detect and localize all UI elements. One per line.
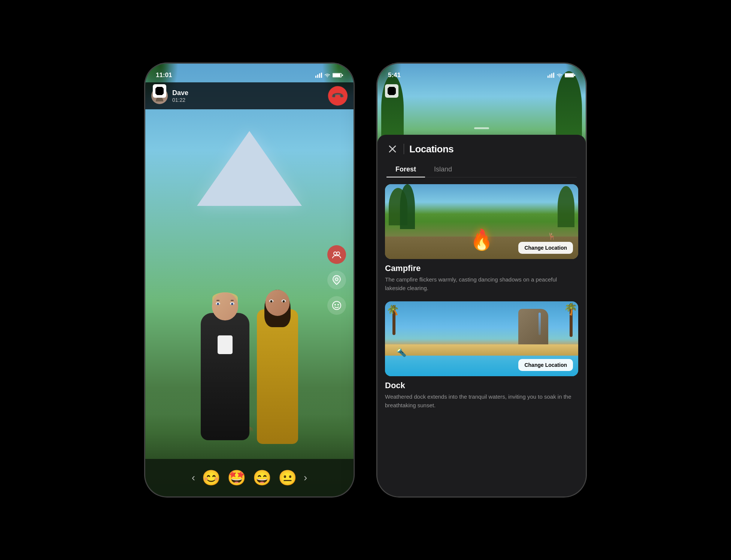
emoji-prev-button[interactable]: ‹: [192, 472, 195, 484]
status-bar-phone2: 5:41: [377, 64, 586, 82]
call-header: Dave 01:22 📞: [145, 82, 354, 109]
header-divider: [404, 144, 404, 154]
female-eye-left: [269, 299, 274, 302]
palm-leaves-1: 🌴: [385, 302, 401, 319]
status-icons-2: [548, 73, 575, 78]
side-controls: [327, 245, 346, 315]
female-avatar: [257, 309, 298, 444]
svg-rect-20: [565, 74, 573, 77]
campfire-name: Campfire: [385, 264, 578, 273]
tab-forest[interactable]: Forest: [386, 162, 425, 177]
bottom-sheet: Locations Forest Island: [377, 135, 586, 496]
svg-rect-21: [574, 74, 575, 76]
svg-rect-18: [553, 73, 554, 78]
campfire-description: The campfire flickers warmly, casting da…: [385, 276, 578, 292]
wifi-icon-2: [556, 73, 562, 78]
torch-left: 🔦: [396, 348, 406, 357]
close-button[interactable]: [386, 143, 398, 155]
svg-point-13: [334, 304, 336, 305]
male-avatar: [201, 313, 249, 440]
emoji-excited[interactable]: 🤩: [227, 469, 246, 487]
svg-rect-17: [551, 73, 552, 78]
male-avatar-head: [212, 292, 238, 320]
drag-handle[interactable]: [474, 127, 489, 129]
location-card-campfire: 🔥 🦌 Change Location Campfire The campfir…: [385, 184, 578, 292]
status-bar-phone1: 11:01: [145, 64, 354, 82]
avatars-area: [145, 116, 354, 451]
signal-icon-2: [548, 73, 554, 78]
animal-hint: 🦌: [548, 232, 556, 240]
avatar-swap-icon: [332, 250, 342, 259]
palm-leaves-2: 🌴: [562, 301, 578, 317]
svg-rect-1: [317, 74, 318, 78]
male-avatar-body: [201, 313, 249, 440]
female-eye-right: [282, 299, 286, 302]
svg-rect-15: [548, 76, 549, 78]
time-display: 11:01: [156, 71, 172, 79]
location-card-dock: 🌴 🌴 🔦 Change Location: [385, 301, 578, 410]
close-icon: [389, 145, 396, 153]
change-location-dock-button[interactable]: Change Location: [518, 359, 573, 371]
male-eyebrow-right: [231, 300, 234, 301]
call-contact-info: Dave 01:22: [172, 89, 328, 103]
dock-description: Weathered dock extends into the tranquil…: [385, 393, 578, 410]
male-eye-left: [216, 302, 220, 305]
campfire-emoji: 🔥: [473, 228, 490, 244]
emoji-laugh[interactable]: 😄: [253, 469, 272, 487]
roblox-logo-phone2[interactable]: [385, 84, 398, 98]
change-location-campfire-button[interactable]: Change Location: [518, 242, 573, 254]
svg-rect-3: [321, 73, 322, 78]
roblox-logo-mark: [155, 87, 164, 95]
avatar-swap-button[interactable]: [327, 245, 346, 264]
sandy-beach: [385, 344, 578, 356]
female-avatar-head: [266, 290, 290, 316]
emoji-neutral[interactable]: 😐: [278, 469, 297, 487]
end-call-button[interactable]: 📞: [324, 82, 352, 110]
emoji-next-button[interactable]: ›: [304, 472, 307, 484]
svg-rect-2: [319, 73, 320, 78]
cliff-rock: [518, 309, 548, 350]
shirt: [218, 335, 233, 354]
face-track-button[interactable]: [327, 296, 346, 315]
call-duration: 01:22: [172, 97, 328, 103]
location-pin-icon: [333, 275, 341, 285]
locations-list: 🔥 🦌 Change Location Campfire The campfir…: [377, 177, 586, 487]
svg-point-12: [333, 301, 341, 310]
tab-bar: Forest Island: [386, 162, 577, 177]
signal-icon: [315, 73, 322, 78]
contact-name: Dave: [172, 89, 328, 97]
dock-name: Dock: [385, 381, 578, 390]
female-avatar-body: [257, 309, 298, 444]
svg-point-10: [337, 252, 340, 255]
locations-header: Locations: [377, 135, 586, 155]
svg-rect-0: [315, 76, 316, 78]
dock-image: 🌴 🌴 🔦 Change Location: [385, 301, 578, 376]
svg-rect-5: [333, 74, 340, 77]
tab-island[interactable]: Island: [425, 162, 461, 177]
phone-locations-screen: 5:41: [377, 63, 586, 497]
wifi-icon: [324, 73, 330, 78]
roblox-logo-phone1[interactable]: [153, 84, 166, 98]
battery-icon: [333, 73, 343, 78]
face-track-icon: [332, 301, 342, 310]
status-icons: [315, 73, 343, 78]
svg-point-9: [334, 252, 337, 255]
roblox-logo-mark-2: [388, 87, 396, 95]
ground-overlay: [145, 414, 354, 459]
phone-call-screen: 11:01: [145, 63, 354, 497]
scene-tree-2: [400, 184, 415, 229]
scene-tree-3: [558, 186, 574, 227]
battery-icon-2: [565, 73, 575, 78]
svg-point-14: [337, 304, 339, 305]
campfire-image: 🔥 🦌 Change Location: [385, 184, 578, 259]
time-display-2: 5:41: [388, 71, 401, 79]
emoji-bar: ‹ 😊 🤩 😄 😐 ›: [145, 459, 354, 496]
location-button[interactable]: [327, 271, 346, 289]
emoji-happy[interactable]: 😊: [202, 469, 221, 487]
male-eye-right: [230, 302, 234, 305]
waterfall: [539, 313, 541, 335]
male-eyebrow-left: [216, 300, 219, 301]
locations-title: Locations: [409, 143, 454, 155]
svg-rect-6: [342, 74, 343, 76]
svg-rect-16: [549, 74, 550, 78]
